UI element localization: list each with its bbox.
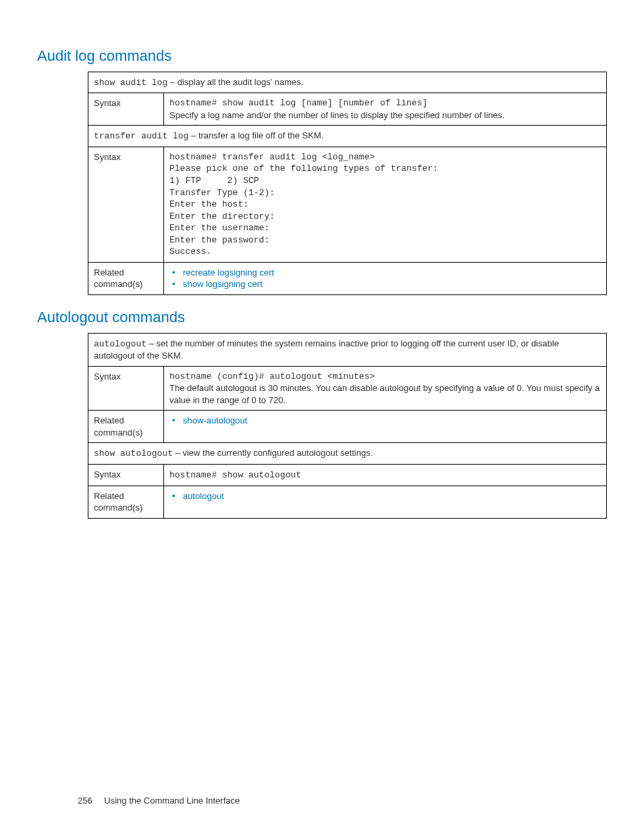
syntax-text: Specify a log name and/or the number of … <box>169 109 601 122</box>
related-links: autologout <box>169 490 601 502</box>
related-links: recreate logsigning cert show logsigning… <box>169 267 601 290</box>
command-name: show autologout <box>94 448 173 459</box>
section-heading-audit: Audit log commands <box>37 46 607 66</box>
table-row: Syntax hostname# show autologout <box>88 464 607 486</box>
table-row: Syntax hostname# show audit log [name] [… <box>88 93 607 126</box>
row-label: Syntax <box>88 366 164 411</box>
command-desc: – transfer a log file off of the SKM. <box>188 130 323 140</box>
related-links: show-autologout <box>169 415 601 427</box>
related-link[interactable]: show-autologout <box>183 415 247 425</box>
section-heading-autologout: Autologout commands <box>37 307 607 328</box>
command-desc: – set the number of minutes the system r… <box>94 338 559 361</box>
table-row: Syntax hostname# transfer audit log <log… <box>88 147 607 262</box>
row-label: Related command(s) <box>88 486 164 518</box>
audit-commands-table: show audit log – display all the audit l… <box>88 72 607 295</box>
row-label: Related command(s) <box>88 411 164 443</box>
table-row: autologout – set the number of minutes t… <box>88 333 607 366</box>
command-name: autologout <box>94 339 146 349</box>
autologout-commands-table: autologout – set the number of minutes t… <box>88 333 607 519</box>
table-row: show audit log – display all the audit l… <box>88 72 607 93</box>
table-row: Related command(s) recreate logsigning c… <box>88 262 607 294</box>
command-name: show audit log <box>94 78 167 88</box>
syntax-code: hostname (config)# autologout <minutes> <box>169 371 601 383</box>
command-desc: – display all the audit logs' names. <box>167 77 303 87</box>
related-link[interactable]: recreate logsigning cert <box>183 267 274 278</box>
related-link[interactable]: show logsigning cert <box>183 279 263 289</box>
table-row: Related command(s) show-autologout <box>88 411 607 443</box>
syntax-code: hostname# show audit log [name] [number … <box>169 97 601 109</box>
related-link[interactable]: autologout <box>183 491 224 501</box>
table-row: transfer audit log – transfer a log file… <box>88 126 607 147</box>
table-row: Syntax hostname (config)# autologout <mi… <box>88 366 607 411</box>
command-desc: – view the currently configured autologo… <box>173 448 373 458</box>
table-row: show autologout – view the currently con… <box>88 443 607 465</box>
syntax-code: hostname# show autologout <box>169 470 301 480</box>
syntax-code: hostname# transfer audit log <log_name> … <box>169 151 601 258</box>
row-label: Syntax <box>88 93 164 126</box>
row-label: Syntax <box>88 147 164 262</box>
syntax-text: The default autologout is 30 minutes. Yo… <box>169 382 601 406</box>
table-row: Related command(s) autologout <box>88 486 607 518</box>
row-label: Syntax <box>88 464 164 486</box>
row-label: Related command(s) <box>88 262 164 294</box>
command-name: transfer audit log <box>94 131 188 141</box>
